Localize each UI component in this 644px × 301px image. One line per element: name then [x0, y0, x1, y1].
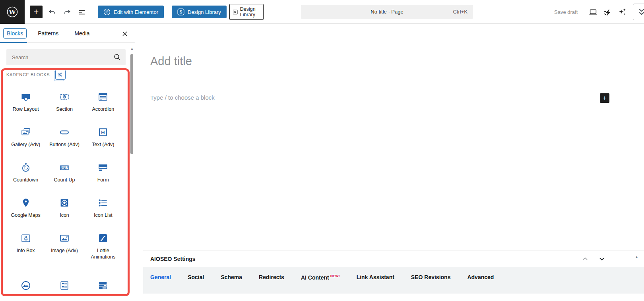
aioseo-tab-social[interactable]: Social — [188, 274, 204, 280]
block-item-text-adv[interactable]: H Text (Adv) — [84, 119, 122, 154]
countdown-icon — [20, 162, 31, 173]
aioseo-tab-bar: General Social Schema Redirects AI Conte… — [143, 267, 644, 293]
svg-text:0: 0 — [64, 166, 66, 170]
aioseo-tab-redirects[interactable]: Redirects — [259, 274, 284, 280]
block-item-lottie-animations[interactable]: Lottie Animations — [84, 225, 122, 266]
block-label: Accordion — [92, 106, 114, 112]
text-icon: H — [97, 127, 109, 138]
aioseo-tab-schema[interactable]: Schema — [221, 274, 242, 280]
info-box-icon — [20, 233, 31, 244]
block-item-gallery-adv[interactable]: Gallery (Adv) — [6, 119, 45, 154]
document-command-bar[interactable]: No title · Page Ctrl+K — [301, 5, 473, 19]
block-item-count-up[interactable]: 0 0 7 Count Up — [45, 154, 83, 189]
search-input[interactable] — [12, 49, 111, 65]
buttons-icon — [59, 127, 70, 138]
aioseo-tab-link-assistant[interactable]: Link Assistant — [357, 274, 394, 280]
undo-button[interactable] — [47, 7, 57, 17]
kadence-blocks-section-header: KADENCE BLOCKS — [6, 69, 66, 80]
aioseo-panel-title: AIOSEO Settings — [150, 256, 196, 262]
close-icon — [122, 31, 128, 37]
block-item-icon-list[interactable]: Icon List — [84, 189, 122, 225]
aioseo-tab-advanced[interactable]: Advanced — [467, 274, 494, 280]
sidebar-scrollbar-thumb[interactable] — [130, 54, 133, 154]
chevron-down-icon — [599, 256, 605, 262]
design-library-label: Design Library — [188, 9, 221, 15]
tab-media[interactable]: Media — [71, 29, 93, 38]
block-item-circular-image[interactable] — [6, 266, 45, 293]
block-item-info-box[interactable]: Info Box — [6, 225, 45, 266]
kadence-design-library-label: Design Library — [240, 6, 260, 18]
tab-blocks[interactable]: Blocks — [3, 28, 27, 39]
block-label: Icon List — [94, 212, 113, 218]
preview-button[interactable] — [588, 7, 598, 17]
close-inserter-button[interactable] — [120, 29, 130, 39]
block-item-row-layout[interactable]: Row Layout — [6, 83, 45, 119]
list-view-icon — [78, 8, 87, 17]
elementor-icon — [103, 8, 111, 15]
block-item-buttons-adv[interactable]: Buttons (Adv) — [45, 119, 83, 154]
kadence-design-library-button[interactable]: Design Library — [229, 4, 264, 20]
block-item-section[interactable]: Section — [45, 83, 83, 119]
icon-block-icon — [59, 197, 70, 208]
edit-with-elementor-button[interactable]: Edit with Elementor — [98, 6, 164, 18]
kadence-logo-icon[interactable] — [55, 69, 66, 80]
count-up-icon: 0 0 7 — [59, 162, 70, 173]
block-label: Row Layout — [13, 106, 39, 112]
block-item-form[interactable]: Form — [84, 154, 122, 189]
double-chevron-down-icon — [638, 8, 644, 16]
block-item-post-list[interactable] — [45, 266, 83, 293]
row-layout-icon — [20, 91, 31, 102]
active-tab-underline — [0, 42, 27, 43]
block-item-progress-bars[interactable] — [84, 266, 122, 293]
aioseo-tab-ai-content[interactable]: AI ContentNEW! — [301, 274, 340, 281]
editor-toolbar: W + — [0, 0, 644, 24]
block-item-google-maps[interactable]: Google Maps — [6, 189, 45, 225]
tab-patterns[interactable]: Patterns — [35, 29, 62, 38]
post-title-field[interactable]: Add title — [150, 55, 192, 68]
wordpress-logo[interactable]: W — [0, 0, 25, 24]
document-overview-button[interactable] — [77, 7, 87, 17]
block-item-icon[interactable]: Icon — [45, 189, 83, 225]
block-label: Count Up — [54, 177, 75, 183]
plus-icon: + — [603, 94, 607, 102]
inserter-tab-bar: Blocks Patterns Media — [0, 24, 135, 43]
move-panel-up-button[interactable] — [580, 254, 590, 264]
chevron-up-icon — [582, 256, 588, 262]
accordion-icon — [97, 91, 109, 102]
block-inserter-toggle-button[interactable]: + — [30, 6, 43, 18]
redo-button[interactable] — [62, 7, 72, 17]
preview-laptop-icon — [588, 8, 598, 17]
svg-text:S: S — [180, 10, 182, 14]
scroll-up-arrow-icon[interactable]: ▲ — [130, 47, 134, 50]
collapse-panel-button[interactable] — [633, 4, 644, 20]
block-label: Buttons (Adv) — [49, 141, 80, 148]
new-badge: NEW! — [330, 274, 340, 278]
empty-block-placeholder[interactable]: Type / to choose a block — [150, 94, 215, 101]
block-label: Section — [56, 106, 73, 112]
design-library-button[interactable]: S Design Library — [172, 6, 227, 18]
command-shortcut: Ctrl+K — [453, 5, 467, 19]
gallery-icon — [20, 127, 31, 138]
aioseo-settings-panel: AIOSEO Settings General Social Schema Re… — [143, 251, 644, 301]
lottie-icon — [97, 233, 109, 244]
metabox-scroll-up-arrow-icon[interactable]: ▲ — [635, 255, 638, 259]
block-item-countdown[interactable]: Countdown — [6, 154, 45, 189]
aioseo-panel-header[interactable]: AIOSEO Settings — [143, 251, 644, 267]
kadence-library-icon — [233, 8, 238, 16]
design-library-s-icon: S — [177, 8, 184, 15]
svg-text:W: W — [9, 9, 16, 16]
ai-assistant-button[interactable] — [617, 7, 628, 17]
aioseo-tab-general[interactable]: General — [150, 274, 171, 280]
redo-icon — [62, 8, 72, 17]
add-block-button[interactable]: + — [600, 93, 609, 103]
sidebar-scrollbar[interactable]: ▲ — [130, 44, 134, 301]
seo-analysis-button[interactable] — [602, 7, 613, 17]
block-item-accordion[interactable]: Accordion — [84, 83, 122, 119]
document-title: No title · Page — [301, 5, 473, 19]
collapse-panel-toggle-button[interactable] — [597, 254, 607, 264]
save-draft-button[interactable]: Save draft — [554, 6, 578, 18]
block-item-image-adv[interactable]: Image (Adv) — [45, 225, 83, 266]
kadence-blocks-title: KADENCE BLOCKS — [6, 72, 50, 77]
aioseo-tab-seo-revisions[interactable]: SEO Revisions — [411, 274, 451, 280]
google-maps-icon — [20, 197, 31, 208]
